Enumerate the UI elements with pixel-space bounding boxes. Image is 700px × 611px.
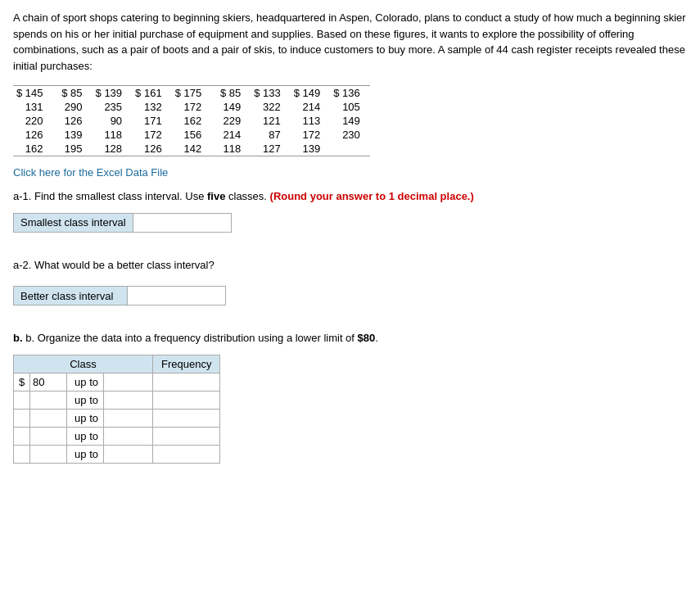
class-end-5[interactable] bbox=[104, 445, 153, 463]
table-row: $ 145 $ 85 $ 139 $ 161 $ 175 $ 85 $ 133 … bbox=[13, 86, 370, 101]
class-end-input-4[interactable] bbox=[104, 428, 152, 445]
table-row: 131 290 235 132 172 149 322 214 105 bbox=[13, 100, 370, 114]
class-end-input-3[interactable] bbox=[104, 410, 152, 427]
class-end-input-5[interactable] bbox=[104, 446, 152, 463]
class-start-4[interactable] bbox=[30, 427, 67, 445]
class-start-5[interactable] bbox=[30, 445, 67, 463]
upto-label-2: up to bbox=[67, 391, 104, 409]
table-row: 126 139 118 172 156 214 87 172 230 bbox=[13, 128, 370, 142]
frequency-header: Frequency bbox=[153, 355, 220, 373]
dollar-sign-5 bbox=[14, 445, 30, 463]
class-end-2[interactable] bbox=[104, 391, 153, 409]
class-start-2[interactable] bbox=[30, 391, 67, 409]
better-class-interval-input[interactable] bbox=[128, 286, 226, 306]
freq-row-2: up to bbox=[14, 391, 220, 409]
class-start-input-3[interactable] bbox=[30, 410, 66, 427]
better-class-interval-label: Better class interval bbox=[13, 286, 128, 306]
upto-label-3: up to bbox=[67, 409, 104, 427]
a1-bold-word: five bbox=[207, 190, 225, 202]
data-table: $ 145 $ 85 $ 139 $ 161 $ 175 $ 85 $ 133 … bbox=[13, 85, 370, 156]
class-start-input-5[interactable] bbox=[30, 446, 66, 463]
freq-input-3[interactable] bbox=[153, 410, 219, 427]
frequency-table: Class Frequency $ up to up to up to bbox=[13, 355, 220, 464]
b-question-end: . bbox=[375, 332, 378, 344]
freq-1[interactable] bbox=[153, 373, 220, 391]
upto-label-1: up to bbox=[67, 373, 104, 391]
table-row: 220 126 90 171 162 229 121 113 149 bbox=[13, 114, 370, 128]
excel-link[interactable]: Click here for the Excel Data File bbox=[13, 166, 687, 179]
class-start-input-4[interactable] bbox=[30, 428, 66, 445]
class-header: Class bbox=[14, 355, 153, 373]
class-end-1[interactable] bbox=[104, 373, 153, 391]
b-label: b. bbox=[13, 332, 23, 344]
freq-input-1[interactable] bbox=[153, 373, 219, 391]
table-row: 162 195 128 126 142 118 127 139 bbox=[13, 142, 370, 156]
freq-5[interactable] bbox=[153, 445, 220, 463]
freq-row-3: up to bbox=[14, 409, 220, 427]
a2-input-row: Better class interval bbox=[13, 286, 687, 306]
freq-2[interactable] bbox=[153, 391, 220, 409]
class-end-3[interactable] bbox=[104, 409, 153, 427]
smallest-class-interval-label: Smallest class interval bbox=[13, 213, 133, 233]
freq-input-5[interactable] bbox=[153, 446, 219, 463]
a1-input-row: Smallest class interval bbox=[13, 213, 687, 233]
freq-row-4: up to bbox=[14, 427, 220, 445]
a1-question: a-1. Find the smallest class interval. U… bbox=[13, 188, 687, 205]
a2-question: a-2. What would be a better class interv… bbox=[13, 257, 687, 274]
freq-3[interactable] bbox=[153, 409, 220, 427]
class-end-4[interactable] bbox=[104, 427, 153, 445]
class-start-input-2[interactable] bbox=[30, 391, 66, 409]
class-start-3[interactable] bbox=[30, 409, 67, 427]
dollar-sign-3 bbox=[14, 409, 30, 427]
upto-label-5: up to bbox=[67, 445, 104, 463]
intro-paragraph: A chain of sport shops catering to begin… bbox=[13, 10, 687, 74]
a1-question-text: a-1. Find the smallest class interval. U… bbox=[13, 190, 207, 202]
freq-row-1: $ up to bbox=[14, 373, 220, 391]
freq-4[interactable] bbox=[153, 427, 220, 445]
dollar-sign-4 bbox=[14, 427, 30, 445]
dollar-sign-2 bbox=[14, 391, 30, 409]
freq-row-5: up to bbox=[14, 445, 220, 463]
dollar-sign-1: $ bbox=[14, 373, 30, 391]
b-question-text: b. Organize the data into a frequency di… bbox=[25, 332, 357, 344]
a1-red-text: (Round your answer to 1 decimal place.) bbox=[270, 190, 474, 202]
a1-question2: classes. bbox=[225, 190, 269, 202]
class-start-1[interactable] bbox=[30, 373, 67, 391]
b-bold-value: $80 bbox=[358, 332, 376, 344]
upto-label-4: up to bbox=[67, 427, 104, 445]
b-question: b. b. Organize the data into a frequency… bbox=[13, 330, 687, 346]
freq-input-4[interactable] bbox=[153, 428, 219, 445]
class-end-input-1[interactable] bbox=[104, 373, 152, 391]
class-end-input-2[interactable] bbox=[104, 391, 152, 409]
smallest-class-interval-input[interactable] bbox=[133, 213, 232, 233]
class-start-input-1[interactable] bbox=[30, 373, 66, 391]
freq-input-2[interactable] bbox=[153, 391, 219, 409]
